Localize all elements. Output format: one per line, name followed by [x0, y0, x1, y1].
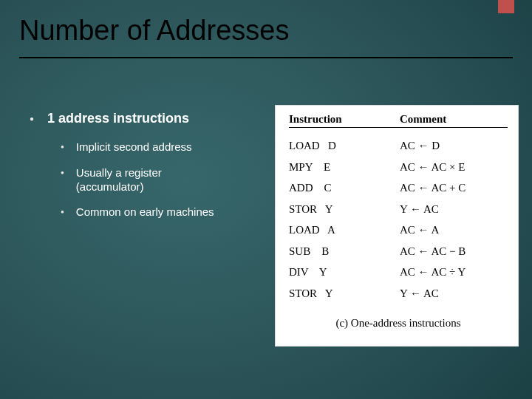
cell-instr: ADD C: [289, 177, 400, 199]
slide: Number of Addresses ● 1 address instruct…: [0, 0, 532, 399]
cell-comment: AC ← AC ÷ Y: [400, 262, 466, 283]
cell-instr: STOR Y: [289, 199, 400, 220]
cell-instr: LOAD D: [289, 135, 400, 157]
list-item: ● Implicit second address: [61, 140, 259, 154]
cell-instr: MPY E: [289, 157, 400, 178]
list-item: ● 1 address instructions: [30, 111, 259, 127]
cell-comment: AC ← AC − B: [400, 241, 466, 262]
accent-bar: [498, 0, 514, 13]
table-row: MPY EAC ← AC × E: [289, 157, 508, 178]
table-row: LOAD AAC ← A: [289, 219, 508, 241]
list-item: ● Usually a register (accumulator): [61, 166, 259, 194]
table-row: LOAD DAC ← D: [289, 135, 508, 157]
cell-instr: LOAD A: [289, 219, 400, 241]
table-row: STOR YY ← AC: [289, 199, 508, 220]
list-item-label: Common on early machines: [76, 205, 214, 219]
body-text: ● 1 address instructions ● Implicit seco…: [30, 111, 259, 231]
cell-instr: DIV Y: [289, 262, 400, 283]
bullet-icon: ●: [61, 205, 64, 219]
list-item-label: 1 address instructions: [47, 111, 189, 126]
instruction-figure: Instruction Comment LOAD DAC ← D MPY EAC…: [275, 105, 519, 347]
table-row: STOR YY ← AC: [289, 283, 508, 304]
col-header-instruction: Instruction: [289, 113, 400, 126]
cell-comment: AC ← AC + C: [400, 177, 466, 199]
cell-comment: AC ← AC × E: [400, 157, 465, 178]
cell-comment: AC ← D: [400, 135, 440, 157]
slide-title: Number of Addresses: [19, 15, 513, 58]
bullet-icon: ●: [61, 140, 64, 154]
list-item-label: Implicit second address: [76, 140, 192, 154]
bullet-icon: ●: [30, 111, 34, 127]
cell-comment: AC ← A: [400, 219, 439, 241]
cell-instr: SUB B: [289, 241, 400, 262]
table-row: SUB BAC ← AC − B: [289, 241, 508, 262]
table-row: DIV YAC ← AC ÷ Y: [289, 262, 508, 283]
cell-instr: STOR Y: [289, 283, 400, 304]
figure-caption: (c) One-address instructions: [289, 317, 508, 330]
header-rule: [289, 127, 508, 128]
cell-comment: Y ← AC: [400, 199, 439, 220]
bullet-icon: ●: [61, 166, 64, 180]
table-row: ADD CAC ← AC + C: [289, 177, 508, 199]
list-item-label: Usually a register (accumulator): [76, 166, 231, 194]
cell-comment: Y ← AC: [400, 283, 439, 304]
col-header-comment: Comment: [400, 113, 446, 126]
list-item: ● Common on early machines: [61, 205, 259, 219]
table-header: Instruction Comment: [289, 113, 508, 126]
